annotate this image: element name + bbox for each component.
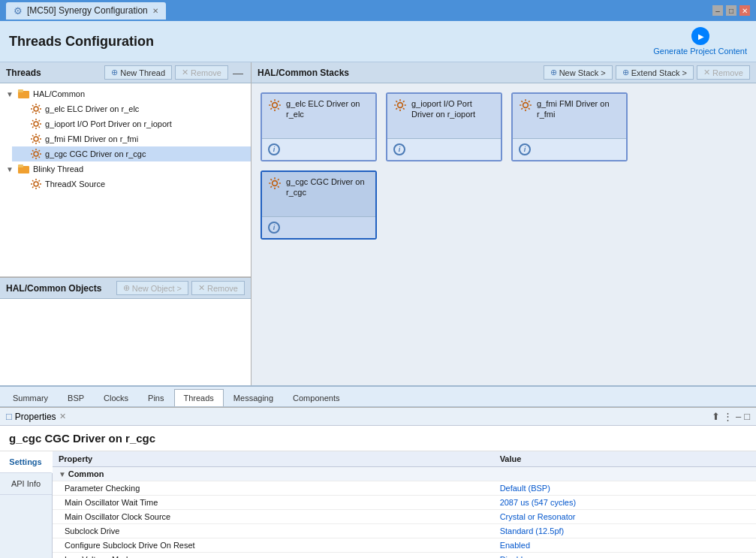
info-icon-g-fmi[interactable]: i [519,143,531,155]
tab-components[interactable]: Components [283,389,349,406]
section-common[interactable]: ▼ Common [53,467,756,481]
minimize-button[interactable]: – [712,5,723,16]
props-maximize-button[interactable]: □ [744,411,750,422]
tabs-bar: Summary BSP Clocks Pins Threads Messagin… [0,385,756,407]
table-row[interactable]: Low Voltage Mode Disable [53,553,756,559]
properties-icon: □ [6,411,12,422]
stack-card-footer-g-ioport: i [387,139,501,160]
generate-project-content-button[interactable]: Generate Project Content [653,27,747,56]
generate-label: Generate Project Content [653,47,747,56]
tree-item-g-ioport[interactable]: g_ioport I/O Port Driver on r_ioport [12,116,251,131]
properties-header: □ Properties ✕ ⬆ ⋮ – □ [0,408,756,426]
tree-item-threadx[interactable]: ThreadX Source [12,176,251,192]
extend-stack-button[interactable]: ⊕ Extend Stack > [616,65,694,80]
new-stack-button[interactable]: ⊕ New Stack > [544,65,613,80]
properties-content: Settings API Info Property Value ▼ Commo… [0,451,756,558]
hal-common-children: g_elc ELC Driver on r_elc g_ioport I/O P… [0,101,251,161]
val-osc-clock-source[interactable]: Crystal or Resonator [494,510,756,524]
folder-icon-blinky [18,163,30,175]
table-row[interactable]: Main Oscillator Clock Source Crystal or … [53,510,756,524]
val-configure-subclock[interactable]: Enabled [494,538,756,553]
main-area: Threads ⊕ New Thread ✕ Remove — ▼ [0,62,756,385]
settings-button[interactable]: Settings [0,451,53,473]
blinky-label: Blinky Thread [33,164,83,173]
tab-threads[interactable]: Threads [174,389,224,406]
objects-area[interactable] [0,299,251,385]
tab-close-icon[interactable]: ✕ [152,7,158,15]
remove-thread-button[interactable]: ✕ Remove [175,65,228,80]
svg-point-3 [34,122,38,126]
tab-clocks[interactable]: Clocks [94,389,138,406]
threads-panel-header: Threads ⊕ New Thread ✕ Remove — [0,62,251,83]
threads-title: Threads [6,68,41,78]
gear-icon-fmi [30,133,42,145]
props-minimize-button[interactable]: – [736,411,741,422]
tab-mc50[interactable]: ⚙ [MC50] Synergy Configuration ✕ [6,2,166,20]
tree-item-hal-common[interactable]: ▼ HAL/Common [0,86,251,101]
val-osc-wait[interactable]: 2087 us (547 cycles) [494,496,756,510]
threadx-icon [30,178,42,190]
tree-item-blinky[interactable]: ▼ Blinky Thread [0,161,251,176]
remove-object-button[interactable]: ✕ Remove [191,281,245,295]
tab-pins[interactable]: Pins [138,389,173,406]
val-subclock-drive[interactable]: Standard (12.5pf) [494,524,756,538]
remove-thread-icon: ✕ [182,68,188,77]
tab-bsp[interactable]: BSP [58,389,94,406]
extend-stack-label: Extend Stack > [631,68,687,77]
api-info-button[interactable]: API Info [0,473,52,495]
new-object-button[interactable]: ⊕ New Object > [116,281,188,295]
folder-icon [18,88,30,100]
tab-summary[interactable]: Summary [3,389,58,406]
prop-param-checking: Parameter Checking [53,481,494,496]
stacks-area[interactable]: g_elc ELC Driver on r_elc i g_ioport I/O… [251,83,756,385]
stack-card-g-elc[interactable]: g_elc ELC Driver on r_elc i [261,92,377,161]
info-icon-g-cgc[interactable]: i [268,222,280,234]
title-bar: ⚙ [MC50] Synergy Configuration ✕ – □ ✕ [0,0,756,21]
tree-item-g-elc[interactable]: g_elc ELC Driver on r_elc [12,101,251,116]
remove-thread-label: Remove [191,68,221,77]
remove-stack-button[interactable]: ✕ Remove [697,65,750,80]
table-row[interactable]: Subclock Drive Standard (12.5pf) [53,524,756,538]
properties-table[interactable]: Property Value ▼ Common Parameter Checki… [53,451,756,558]
g-fmi-label: g_fmi FMI Driver on r_fmi [45,134,138,143]
props-menu-button[interactable]: ⋮ [723,411,733,422]
section-common-label: ▼ Common [53,467,756,481]
prop-osc-wait: Main Oscillator Wait Time [53,496,494,510]
properties-table-element: Property Value ▼ Common Parameter Checki… [53,451,756,558]
threads-tree[interactable]: ▼ HAL/Common g_elc ELC Driver on r_elc [0,83,251,277]
g-ioport-label: g_ioport I/O Port Driver on r_ioport [45,119,172,128]
info-icon-g-ioport[interactable]: i [393,143,405,155]
tree-item-g-fmi[interactable]: g_fmi FMI Driver on r_fmi [12,131,251,146]
stack-card-g-fmi[interactable]: g_fmi FMI Driver on r_fmi i [511,92,628,161]
stack-card-g-ioport[interactable]: g_ioport I/O Port Driver on r_ioport i [386,92,502,161]
stack-card-icon-g-ioport [393,98,407,114]
expand-icon[interactable]: ▼ [6,90,15,98]
tab-messaging[interactable]: Messaging [224,389,283,406]
table-row[interactable]: Parameter Checking Default (BSP) [53,481,756,496]
panel-divider-button[interactable]: — [231,67,245,79]
new-thread-button[interactable]: ⊕ New Thread [104,65,172,80]
maximize-button[interactable]: □ [726,5,736,16]
svg-point-10 [398,103,403,108]
new-object-icon: ⊕ [123,283,130,293]
stack-card-g-cgc[interactable]: g_cgc CGC Driver on r_cgc i [261,170,377,240]
info-icon-g-elc[interactable]: i [268,143,280,155]
val-low-voltage[interactable]: Disable [494,553,756,559]
properties-close-button[interactable]: ✕ [59,412,66,421]
objects-actions: ⊕ New Object > ✕ Remove [116,281,245,295]
stacks-title: HAL/Common Stacks [258,68,349,78]
svg-rect-1 [18,89,23,92]
table-row[interactable]: Configure Subclock Drive On Reset Enable… [53,538,756,553]
app-title: Threads Configuration [9,34,154,50]
generate-icon [691,27,709,45]
gear-icon-elc [30,103,42,115]
expand-blinky-icon[interactable]: ▼ [6,165,15,173]
properties-header-actions: ⬆ ⋮ – □ [712,411,750,422]
tree-item-g-cgc[interactable]: g_cgc CGC Driver on r_cgc [12,146,251,161]
val-param-checking[interactable]: Default (BSP) [494,481,756,496]
properties-title: □ Properties ✕ [6,411,66,422]
properties-sidebar: Settings API Info [0,451,53,558]
close-button[interactable]: ✕ [739,5,750,16]
props-export-button[interactable]: ⬆ [712,411,720,422]
table-row[interactable]: Main Oscillator Wait Time 2087 us (547 c… [53,496,756,510]
